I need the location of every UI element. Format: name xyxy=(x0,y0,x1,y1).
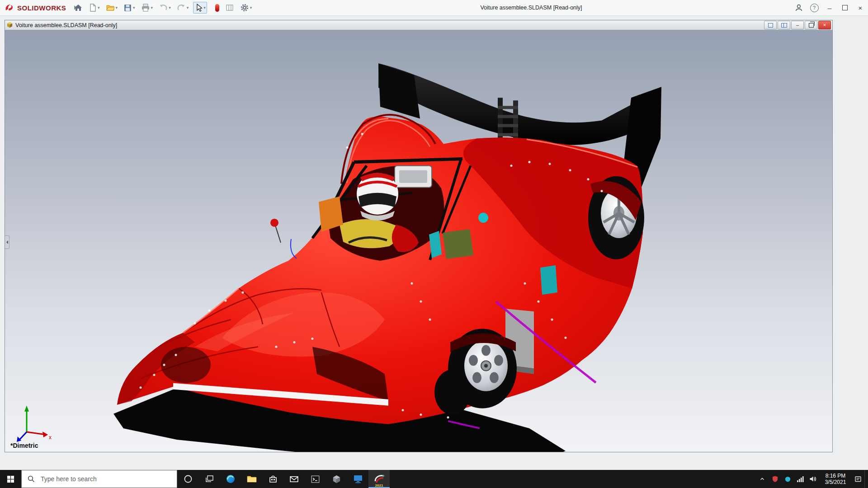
open-button[interactable]: ▾ xyxy=(104,2,119,14)
select-tool-button[interactable]: ▾ xyxy=(193,2,207,14)
task-pane-button[interactable] xyxy=(224,2,236,14)
chevron-down-icon[interactable]: ▾ xyxy=(151,6,153,10)
clock-time: 8:16 PM xyxy=(826,473,846,479)
restore-icon xyxy=(809,23,814,28)
taskbar-search[interactable] xyxy=(21,470,177,488)
cortana-button[interactable] xyxy=(177,470,198,488)
doc-view-button-2[interactable] xyxy=(778,21,790,29)
presence-icon xyxy=(784,476,791,483)
search-icon xyxy=(27,475,35,483)
print-icon xyxy=(141,3,150,12)
maximize-button[interactable] xyxy=(837,0,853,15)
app-window-title: Voiture assemblee.SLDASM [Read-only] xyxy=(466,0,597,15)
mail-button[interactable] xyxy=(283,470,305,488)
action-center-icon xyxy=(854,475,862,483)
start-button[interactable] xyxy=(0,470,21,488)
chevron-down-icon[interactable]: ▾ xyxy=(203,6,206,10)
undo-icon xyxy=(159,3,168,12)
chevron-up-icon xyxy=(759,476,765,482)
window-pane-icon xyxy=(768,23,773,28)
display-app-button[interactable] xyxy=(347,470,368,488)
chevron-down-icon[interactable]: ▾ xyxy=(187,6,189,10)
workspace-background: Voiture assemblee.SLDASM [Read-only] – × xyxy=(0,16,868,470)
tray-shield-button[interactable] xyxy=(769,470,781,488)
ds-logo-icon xyxy=(5,3,15,12)
close-button[interactable]: × xyxy=(853,0,868,15)
console-icon xyxy=(310,474,321,484)
tray-volume-button[interactable] xyxy=(807,470,819,488)
undo-button[interactable]: ▾ xyxy=(157,2,172,14)
settings-gear-icon xyxy=(240,3,249,12)
logo-wordmark: SOLIDWORKS xyxy=(17,4,66,12)
account-button[interactable] xyxy=(791,0,807,15)
chevron-down-icon[interactable]: ▾ xyxy=(250,6,252,10)
doc-restore-button[interactable] xyxy=(805,21,817,29)
solidworks-taskbar-button[interactable]: 2021 xyxy=(368,470,390,488)
edge-button[interactable] xyxy=(220,470,241,488)
open-folder-icon xyxy=(106,3,115,12)
redo-icon xyxy=(177,3,186,12)
document-titlebar[interactable]: Voiture assemblee.SLDASM [Read-only] – × xyxy=(5,20,832,30)
doc-close-button[interactable]: × xyxy=(818,21,831,29)
new-document-icon xyxy=(89,3,97,12)
home-button[interactable] xyxy=(72,2,84,14)
cockpit-mirror-box xyxy=(395,166,432,188)
start-icon xyxy=(7,475,14,483)
shield-icon xyxy=(772,475,778,483)
print-button[interactable]: ▾ xyxy=(140,2,155,14)
chevron-down-icon[interactable]: ▾ xyxy=(169,6,171,10)
save-button[interactable]: ▾ xyxy=(122,2,137,14)
solidworks-logo: SOLIDWORKS xyxy=(5,0,77,15)
options-button[interactable]: ▾ xyxy=(239,2,254,14)
maximize-icon xyxy=(842,5,848,10)
minimize-button[interactable]: – xyxy=(822,0,837,15)
document-window: Voiture assemblee.SLDASM [Read-only] – × xyxy=(5,20,833,452)
file-explorer-icon xyxy=(246,474,257,484)
app-titlebar: SOLIDWORKS ▾ ▾ xyxy=(0,0,868,16)
panel-collapse-handle[interactable] xyxy=(5,235,9,249)
new-document-button[interactable]: ▾ xyxy=(87,2,101,14)
store-button[interactable] xyxy=(262,470,283,488)
save-icon xyxy=(123,4,132,12)
action-center-button[interactable] xyxy=(852,470,864,488)
search-input[interactable] xyxy=(40,475,168,483)
task-view-button[interactable] xyxy=(198,470,220,488)
display-icon xyxy=(353,474,363,484)
doc-view-button-1[interactable] xyxy=(764,21,777,29)
show-desktop-button[interactable] xyxy=(864,470,867,488)
redo-button[interactable]: ▾ xyxy=(175,2,190,14)
account-icon xyxy=(794,3,803,12)
tray-network-button[interactable] xyxy=(794,470,807,488)
cube-app-button[interactable] xyxy=(326,470,347,488)
solidworks-app: SOLIDWORKS ▾ ▾ xyxy=(0,0,868,488)
store-icon xyxy=(268,474,278,484)
doc-minimize-button[interactable]: – xyxy=(791,21,804,29)
tray-expand-button[interactable] xyxy=(756,470,769,488)
help-button[interactable]: ? xyxy=(807,0,822,15)
red-tool-icon xyxy=(215,4,219,12)
view-orientation-label: *Dimetric xyxy=(10,442,38,449)
chevron-down-icon[interactable]: ▾ xyxy=(133,6,135,10)
document-title: Voiture assemblee.SLDASM [Read-only] xyxy=(15,22,763,28)
console-button[interactable] xyxy=(305,470,326,488)
edge-icon xyxy=(225,474,236,484)
solidworks-version-badge: 2021 xyxy=(375,483,383,488)
clock-date: 3/5/2021 xyxy=(825,479,846,485)
volume-icon xyxy=(809,475,816,483)
chevron-down-icon[interactable]: ▾ xyxy=(116,6,118,10)
file-explorer-button[interactable] xyxy=(241,470,262,488)
tray-presence-button[interactable] xyxy=(781,470,794,488)
red-tool-button[interactable] xyxy=(214,3,221,13)
chevron-left-icon xyxy=(6,240,8,244)
triad-x-label: x xyxy=(49,434,52,441)
rear-right-wheel xyxy=(588,176,644,259)
select-cursor-icon xyxy=(194,3,203,12)
task-pane-icon xyxy=(225,3,234,12)
taskbar-clock[interactable]: 8:16 PM 3/5/2021 xyxy=(819,473,852,485)
graphics-viewport[interactable]: x *Dimetric xyxy=(5,30,832,452)
viewport-3d-scene[interactable]: x xyxy=(5,30,832,452)
chevron-down-icon[interactable]: ▾ xyxy=(98,6,100,10)
system-tray: 8:16 PM 3/5/2021 xyxy=(756,470,868,488)
assembly-document-icon xyxy=(6,22,13,28)
mail-icon xyxy=(289,474,299,484)
